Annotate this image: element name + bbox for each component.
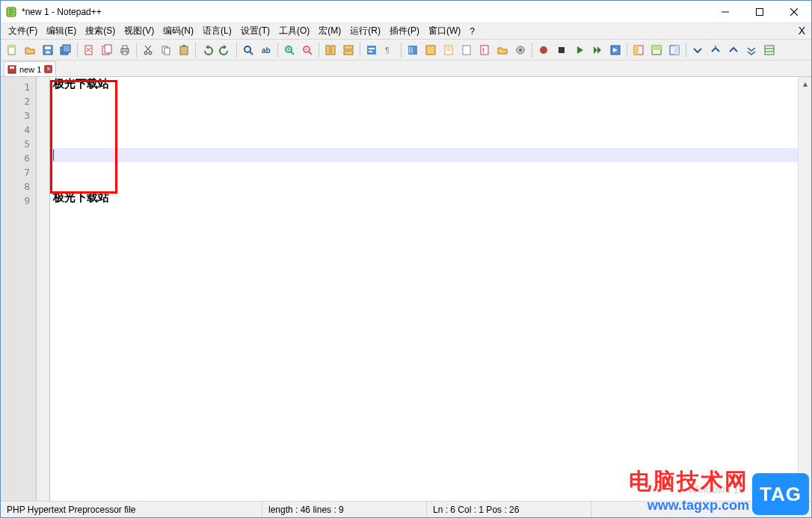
svg-rect-57 — [559, 47, 565, 53]
editor-text: 极光下载站 — [53, 191, 109, 203]
svg-rect-19 — [123, 52, 127, 55]
toolbar-separator — [532, 43, 532, 58]
status-length: length : 46 lines : 9 — [262, 502, 427, 517]
svg-rect-8 — [45, 46, 51, 49]
svg-text:¶: ¶ — [385, 46, 390, 55]
sync-h-icon[interactable] — [340, 42, 357, 58]
svg-rect-27 — [182, 45, 185, 47]
menu-search[interactable]: 搜索(S) — [81, 23, 120, 39]
undo-icon[interactable] — [199, 42, 215, 58]
panel-3-icon[interactable] — [666, 42, 683, 58]
play-icon[interactable] — [571, 42, 588, 58]
toolbar-separator — [319, 43, 319, 58]
text-editor[interactable]: 极光下载站 极光下载站 — [50, 77, 798, 501]
save-macro-icon[interactable] — [607, 42, 624, 58]
menu-window[interactable]: 窗口(W) — [424, 23, 465, 39]
svg-rect-41 — [344, 51, 353, 55]
line-number: 2 — [1, 94, 36, 108]
menu-tools[interactable]: 工具(O) — [274, 23, 314, 39]
svg-line-32 — [291, 52, 294, 55]
menu-run[interactable]: 运行(R) — [345, 23, 385, 39]
menu-bar: 文件(F) 编辑(E) 搜索(S) 视图(V) 编码(N) 语言(L) 设置(T… — [1, 23, 811, 40]
all-chars-icon[interactable]: ¶ — [381, 42, 398, 58]
menu-settings[interactable]: 设置(T) — [236, 23, 274, 39]
svg-rect-25 — [164, 48, 170, 55]
save-icon[interactable] — [40, 42, 56, 58]
play-fast-icon[interactable] — [589, 42, 606, 58]
udl-icon[interactable] — [422, 42, 439, 58]
toolbar-separator — [77, 43, 78, 58]
collapse-all-icon[interactable] — [743, 42, 760, 58]
folder-icon[interactable] — [494, 42, 511, 58]
find-icon[interactable] — [240, 42, 256, 58]
menu-encoding[interactable]: 编码(N) — [159, 23, 198, 39]
toolbar-separator — [401, 43, 402, 58]
doc-map-icon[interactable] — [440, 42, 457, 58]
close-file-icon[interactable] — [81, 42, 97, 58]
cut-icon[interactable] — [140, 42, 156, 58]
close-all-icon[interactable] — [99, 42, 115, 58]
sync-v-icon[interactable] — [322, 42, 339, 58]
vertical-scrollbar[interactable]: ▴ ▾ — [798, 77, 811, 501]
line-number: 7 — [1, 165, 36, 179]
toolbar-separator — [686, 43, 686, 58]
line-number: 4 — [1, 123, 36, 137]
svg-point-55 — [519, 49, 522, 52]
svg-rect-70 — [10, 67, 14, 69]
window-title: *new 1 - Notepad++ — [22, 7, 708, 17]
doc-list-icon[interactable] — [458, 42, 475, 58]
toolbar-separator — [136, 43, 137, 58]
open-file-icon[interactable] — [22, 42, 38, 58]
toolbar-separator — [360, 43, 360, 58]
svg-line-23 — [145, 46, 150, 52]
caret-icon — [53, 149, 54, 161]
monitor-icon[interactable] — [512, 42, 529, 58]
menu-edit[interactable]: 编辑(E) — [42, 23, 81, 39]
new-file-icon[interactable] — [4, 42, 20, 58]
tab-close-icon[interactable]: × — [44, 65, 52, 73]
maximize-button[interactable] — [742, 1, 777, 22]
word-wrap-icon[interactable] — [363, 42, 380, 58]
file-modified-icon — [7, 65, 16, 74]
close-button[interactable] — [777, 1, 811, 22]
svg-point-56 — [540, 46, 547, 54]
zoom-out-icon[interactable] — [299, 42, 316, 58]
doc-switcher-icon[interactable] — [761, 42, 778, 58]
func-list-icon[interactable]: f — [476, 42, 493, 58]
svg-rect-62 — [652, 46, 661, 50]
save-all-icon[interactable] — [58, 42, 74, 58]
menu-plugins[interactable]: 插件(P) — [385, 23, 424, 39]
uncollapse-icon[interactable] — [725, 42, 742, 58]
scroll-track[interactable] — [799, 90, 811, 487]
menu-help[interactable]: ? — [465, 25, 479, 38]
replace-icon[interactable]: ab — [258, 42, 274, 58]
svg-point-21 — [149, 52, 152, 55]
panel-1-icon[interactable] — [630, 42, 647, 58]
panel-2-icon[interactable] — [648, 42, 665, 58]
stop-icon[interactable] — [553, 42, 570, 58]
paste-icon[interactable] — [176, 42, 192, 58]
collapse-icon[interactable] — [689, 42, 706, 58]
svg-point-20 — [144, 52, 147, 55]
svg-rect-60 — [634, 46, 639, 55]
print-icon[interactable] — [117, 42, 133, 58]
minimize-button[interactable] — [708, 1, 742, 22]
mdi-close-icon[interactable]: X — [799, 25, 805, 37]
line-number: 1 — [1, 80, 36, 94]
line-number: 9 — [1, 194, 36, 208]
menu-view[interactable]: 视图(V) — [120, 23, 159, 39]
toolbar-separator — [627, 43, 627, 58]
scroll-up-icon[interactable]: ▴ — [799, 77, 811, 90]
file-tab[interactable]: new 1 × — [4, 61, 56, 76]
expand-icon[interactable] — [707, 42, 724, 58]
svg-rect-38 — [326, 46, 330, 55]
menu-macro[interactable]: 宏(M) — [314, 23, 345, 39]
svg-rect-11 — [63, 45, 70, 52]
record-icon[interactable] — [535, 42, 552, 58]
menu-language[interactable]: 语言(L) — [198, 23, 236, 39]
indent-guide-icon[interactable] — [405, 42, 421, 58]
copy-icon[interactable] — [158, 42, 174, 58]
zoom-in-icon[interactable] — [281, 42, 298, 58]
menu-file[interactable]: 文件(F) — [4, 23, 42, 39]
redo-icon[interactable] — [217, 42, 233, 58]
